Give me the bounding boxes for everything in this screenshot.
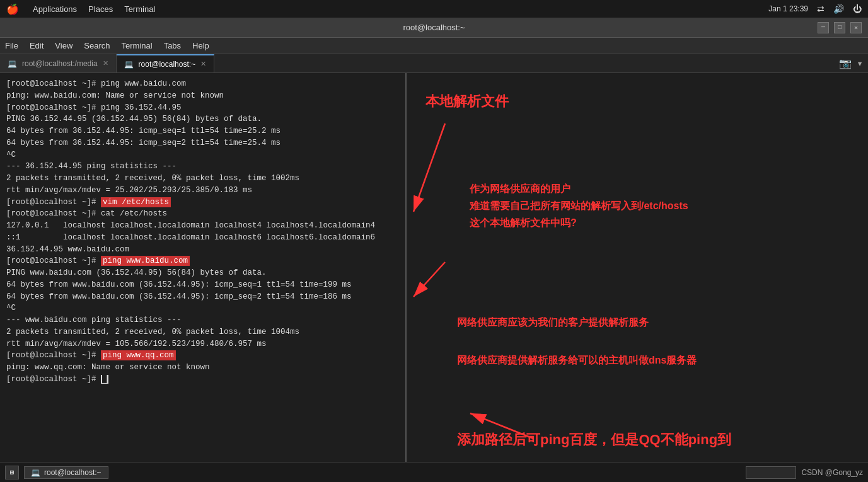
- svg-line-2: [414, 262, 445, 297]
- tab-label-home: root@localhost:~: [139, 60, 196, 69]
- menu-view[interactable]: View: [55, 41, 72, 50]
- menu-file[interactable]: File: [5, 41, 18, 50]
- svg-line-1: [414, 123, 445, 212]
- tab-icon-home: 💻: [124, 60, 134, 69]
- menu-places[interactable]: Places: [88, 4, 113, 14]
- system-bar: 🍎 Applications Places Terminal Jan 1 23:…: [0, 0, 868, 18]
- taskbar-square-icon[interactable]: ⊞: [5, 466, 19, 479]
- menu-help[interactable]: Help: [192, 41, 209, 50]
- taskbar-terminal-label: root@localhost:~: [44, 468, 101, 477]
- taskbar-brand: CSDN @Gong_yz: [801, 468, 863, 477]
- menu-search[interactable]: Search: [84, 41, 110, 50]
- volume-icon[interactable]: 🔊: [833, 4, 844, 14]
- minimize-button[interactable]: ─: [818, 22, 829, 33]
- annotation-local-dns-title: 本地解析文件: [425, 92, 509, 111]
- tabs-right: 📷 ▾: [839, 54, 868, 72]
- tab-close-media[interactable]: ✕: [103, 59, 108, 67]
- tab-home[interactable]: 💻 root@localhost:~ ✕: [117, 54, 215, 72]
- tab-icon-media: 💻: [8, 59, 17, 68]
- maximize-button[interactable]: □: [834, 22, 845, 33]
- taskbar-terminal-icon: 💻: [31, 468, 40, 477]
- menu-applications[interactable]: Applications: [33, 4, 77, 14]
- terminal-output: [root@localhost ~]# ping www.baidu.com p…: [6, 78, 399, 397]
- annotation-bottom: 添加路径后可ping百度，但是QQ不能ping到: [457, 430, 731, 449]
- apple-icon: 🍎: [6, 3, 19, 15]
- ping-baidu-highlight: ping www.baidu.com: [101, 256, 190, 266]
- close-button[interactable]: ✕: [850, 22, 862, 33]
- network-icon[interactable]: ⇄: [817, 4, 825, 14]
- svg-line-3: [470, 413, 533, 439]
- annotation-isp-question: 作为网络供应商的用户 难道需要自己把所有网站的解析写入到/etc/hosts 这…: [470, 180, 688, 232]
- annotation-isp-note1: 网络供应商应该为我们的客户提供解析服务: [457, 313, 649, 333]
- left-terminal-pane[interactable]: [root@localhost ~]# ping www.baidu.com p…: [0, 73, 407, 462]
- taskbar-terminal-window[interactable]: 💻 root@localhost:~: [24, 466, 108, 479]
- tab-dropdown-btn[interactable]: ▾: [857, 57, 863, 70]
- tab-screenshot-btn[interactable]: 📷: [839, 57, 852, 70]
- window-controls: ─ □ ✕: [818, 22, 862, 33]
- menu-edit[interactable]: Edit: [30, 41, 43, 50]
- app-menu: 🍎 Applications Places Terminal: [6, 3, 155, 15]
- datetime: Jan 1 23:39: [768, 4, 808, 13]
- taskbar-search-input[interactable]: [746, 466, 796, 479]
- tabs-bar: 💻 root@localhost:/media ✕ 💻 root@localho…: [0, 54, 868, 73]
- vim-command-highlight: vim /etc/hosts: [101, 197, 171, 207]
- system-right: Jan 1 23:39 ⇄ 🔊 ⏻: [768, 4, 862, 14]
- menu-terminal[interactable]: Terminal: [122, 41, 153, 50]
- menu-bar: File Edit View Search Terminal Tabs Help: [0, 38, 868, 54]
- tab-close-home[interactable]: ✕: [200, 60, 206, 68]
- menu-terminal[interactable]: Terminal: [124, 4, 155, 14]
- window-title: root@localhost:~: [403, 23, 465, 32]
- title-bar: root@localhost:~ ─ □ ✕: [0, 18, 868, 38]
- ping-qq-highlight: ping www.qq.com: [101, 350, 176, 360]
- tab-media[interactable]: 💻 root@localhost:/media ✕: [0, 54, 117, 72]
- taskbar-left: ⊞ 💻 root@localhost:~: [5, 466, 108, 479]
- menu-tabs[interactable]: Tabs: [164, 41, 181, 50]
- main-content: [root@localhost ~]# ping www.baidu.com p…: [0, 73, 868, 462]
- annotation-isp-note2: 网络供应商提供解析服务给可以的主机叫做dns服务器: [457, 350, 697, 370]
- tab-label-media: root@localhost:/media: [22, 59, 98, 68]
- right-annotation-pane: 本地解析文件 作为网络供应商的用户 难道需要自己把所有网站的解析写入到/etc/…: [407, 73, 868, 462]
- taskbar: ⊞ 💻 root@localhost:~ CSDN @Gong_yz: [0, 462, 868, 482]
- taskbar-right: CSDN @Gong_yz: [746, 466, 863, 479]
- power-icon[interactable]: ⏻: [853, 4, 862, 14]
